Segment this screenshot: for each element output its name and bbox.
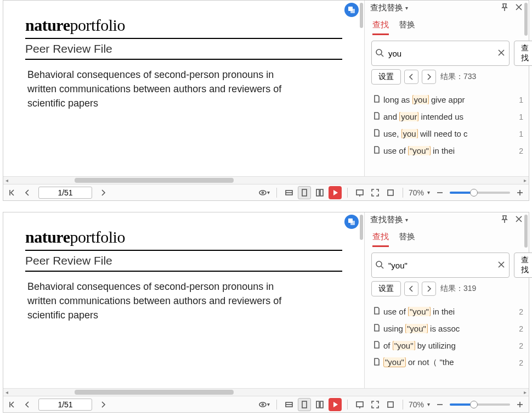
prev-result-button[interactable] <box>404 70 418 84</box>
search-result[interactable]: long as you give appr 1 <box>371 91 527 108</box>
view-mode-button[interactable]: ▾ <box>257 398 271 411</box>
fullscreen-button[interactable] <box>369 398 382 411</box>
zoom-chevron-icon[interactable]: ▾ <box>427 401 430 407</box>
zoom-slider[interactable] <box>450 192 510 194</box>
two-page-button[interactable] <box>313 186 326 199</box>
fullscreen-button[interactable] <box>369 186 382 199</box>
present-button[interactable] <box>353 398 366 411</box>
svg-rect-15 <box>316 189 319 196</box>
pin-icon[interactable] <box>500 215 509 225</box>
zoom-chevron-icon[interactable]: ▾ <box>427 189 430 195</box>
scroll-thumb[interactable] <box>75 178 234 183</box>
tab-find[interactable]: 查找 <box>372 232 389 247</box>
scroll-left-icon[interactable]: ◂ <box>3 389 10 396</box>
horizontal-scrollbar[interactable]: ◂ ▸ <box>3 176 529 184</box>
play-button[interactable] <box>329 398 342 411</box>
search-result[interactable]: use, you will need to c 1 <box>371 125 527 142</box>
panel-title: 查找替换 <box>370 215 403 225</box>
svg-rect-1 <box>350 9 355 13</box>
first-page-button[interactable] <box>5 398 19 411</box>
scroll-right-icon[interactable]: ▸ <box>522 389 529 396</box>
zoom-label: 70% <box>409 400 424 409</box>
settings-button[interactable]: 设置 <box>371 69 401 85</box>
search-result[interactable]: and your intended us 1 <box>371 108 527 125</box>
svg-rect-14 <box>302 189 307 196</box>
search-input[interactable] <box>387 260 494 271</box>
search-result[interactable]: of "you" by utilizing 2 <box>371 337 527 354</box>
panel-vscroll[interactable] <box>523 1 529 176</box>
prev-page-button[interactable] <box>21 398 34 411</box>
result-snippet: use of "you" in thei <box>383 307 513 316</box>
paper-title: Behavioral consequences of second-person… <box>25 272 299 322</box>
clear-icon[interactable] <box>497 260 506 271</box>
tab-replace[interactable]: 替换 <box>399 20 415 35</box>
zoom-label: 70% <box>409 188 424 197</box>
scroll-thumb[interactable] <box>75 390 234 395</box>
search-box[interactable] <box>371 253 510 278</box>
page-canvas[interactable]: natureportfolio Peer Review File Behavio… <box>3 212 364 388</box>
file-icon <box>372 357 380 368</box>
result-snippet: "you" or not（ "the <box>383 357 513 368</box>
close-icon[interactable] <box>514 215 523 225</box>
play-button[interactable] <box>329 186 342 199</box>
pin-icon[interactable] <box>500 3 509 13</box>
search-result[interactable]: use of "you" in thei 2 <box>371 142 527 159</box>
single-page-button[interactable] <box>298 398 311 411</box>
next-page-button[interactable] <box>97 398 110 411</box>
scroll-left-icon[interactable]: ◂ <box>3 177 10 184</box>
svg-rect-18 <box>356 190 363 195</box>
translate-badge[interactable] <box>344 3 359 17</box>
panel-vscroll[interactable] <box>523 212 529 388</box>
page-vscroll[interactable] <box>359 1 364 176</box>
zoom-in-button[interactable] <box>513 186 527 199</box>
search-input[interactable] <box>387 48 494 59</box>
translate-badge[interactable] <box>344 215 359 229</box>
search-box[interactable] <box>371 41 510 66</box>
chevron-down-icon[interactable]: ▾ <box>405 5 408 11</box>
next-page-button[interactable] <box>97 186 110 199</box>
results-list: use of "you" in thei 2 using "you" is as… <box>365 300 529 388</box>
first-page-button[interactable] <box>5 186 19 199</box>
horizontal-scrollbar[interactable]: ◂ ▸ <box>3 388 529 396</box>
next-result-button[interactable] <box>422 282 436 296</box>
fit-width-button[interactable] <box>282 186 296 199</box>
tab-replace[interactable]: 替换 <box>399 232 415 247</box>
search-result[interactable]: use of "you" in thei 2 <box>371 303 527 320</box>
zoom-in-button[interactable] <box>513 398 527 411</box>
prev-page-button[interactable] <box>21 186 34 199</box>
view-mode-button[interactable]: ▾ <box>257 186 271 199</box>
zoom-out-button[interactable] <box>433 186 446 199</box>
chevron-down-icon[interactable]: ▾ <box>405 217 408 223</box>
crop-button[interactable] <box>384 186 397 199</box>
present-button[interactable] <box>353 186 366 199</box>
zoom-slider[interactable] <box>450 403 510 406</box>
fit-width-button[interactable] <box>282 398 296 411</box>
scroll-right-icon[interactable]: ▸ <box>522 177 529 184</box>
page-input[interactable] <box>38 187 92 199</box>
zoom-out-button[interactable] <box>433 398 446 411</box>
file-icon <box>372 94 380 105</box>
page-vscroll[interactable] <box>359 212 364 388</box>
settings-button[interactable]: 设置 <box>371 281 401 296</box>
result-count: 结果：733 <box>440 72 476 82</box>
tab-find[interactable]: 查找 <box>372 20 389 35</box>
page-input[interactable] <box>38 399 92 411</box>
file-icon <box>372 323 380 334</box>
clear-icon[interactable] <box>497 48 506 59</box>
result-snippet: long as you give appr <box>383 95 513 104</box>
next-result-button[interactable] <box>422 70 436 84</box>
close-icon[interactable] <box>514 3 523 13</box>
page-canvas[interactable]: natureportfolio Peer Review File Behavio… <box>3 1 364 176</box>
prev-result-button[interactable] <box>404 282 418 296</box>
two-page-button[interactable] <box>313 398 326 411</box>
single-page-button[interactable] <box>298 186 311 199</box>
svg-point-11 <box>262 192 263 193</box>
search-result[interactable]: "you" or not（ "the 2 <box>371 354 527 371</box>
svg-marker-17 <box>333 190 338 195</box>
result-count: 结果：319 <box>440 284 476 294</box>
search-icon <box>375 260 384 271</box>
crop-button[interactable] <box>384 398 397 411</box>
result-snippet: and your intended us <box>383 112 513 121</box>
file-icon <box>372 145 380 156</box>
search-result[interactable]: using "you" is assoc 2 <box>371 320 527 337</box>
